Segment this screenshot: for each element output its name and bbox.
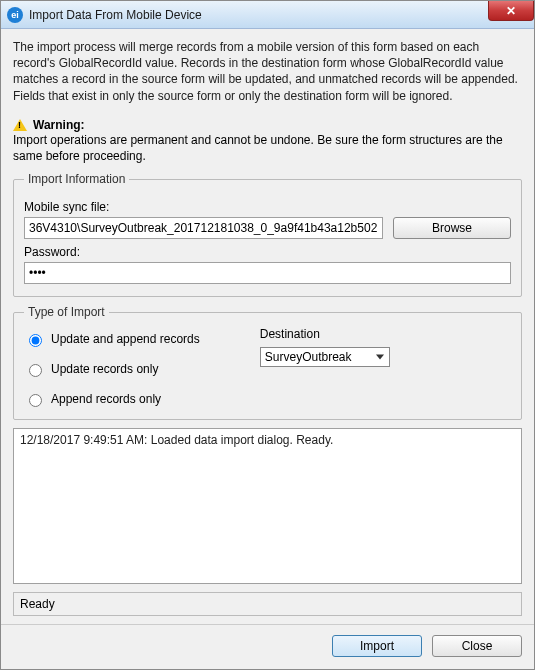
radio-update-only-label: Update records only	[51, 362, 158, 376]
warning-icon	[13, 119, 27, 131]
warning-header: Warning:	[13, 118, 522, 132]
status-bar: Ready	[13, 592, 522, 616]
window-close-button[interactable]: ✕	[488, 1, 534, 21]
password-input[interactable]	[24, 262, 511, 284]
import-information-group: Import Information Mobile sync file: Bro…	[13, 172, 522, 297]
radio-update-only-input[interactable]	[29, 364, 42, 377]
log-output[interactable]: 12/18/2017 9:49:51 AM: Loaded data impor…	[13, 428, 522, 584]
mobile-sync-file-input[interactable]	[24, 217, 383, 239]
titlebar: ei Import Data From Mobile Device ✕	[1, 1, 534, 29]
password-label: Password:	[24, 245, 511, 259]
radio-update-append[interactable]: Update and append records	[24, 331, 200, 347]
destination-value: SurveyOutbreak	[265, 350, 352, 364]
radio-append-only[interactable]: Append records only	[24, 391, 200, 407]
window-title: Import Data From Mobile Device	[29, 8, 202, 22]
intro-text: The import process will merge records fr…	[13, 39, 522, 104]
app-icon: ei	[7, 7, 23, 23]
mobile-sync-file-label: Mobile sync file:	[24, 200, 511, 214]
radio-update-append-input[interactable]	[29, 334, 42, 347]
close-button[interactable]: Close	[432, 635, 522, 657]
warning-label: Warning:	[33, 118, 85, 132]
content-area: The import process will merge records fr…	[1, 29, 534, 624]
import-information-legend: Import Information	[24, 172, 129, 186]
destination-label: Destination	[260, 327, 511, 341]
import-dialog: ei Import Data From Mobile Device ✕ The …	[0, 0, 535, 670]
radio-update-append-label: Update and append records	[51, 332, 200, 346]
type-of-import-group: Type of Import Update and append records…	[13, 305, 522, 420]
destination-select[interactable]: SurveyOutbreak	[260, 347, 390, 367]
warning-text: Import operations are permanent and cann…	[13, 132, 522, 164]
radio-update-only[interactable]: Update records only	[24, 361, 200, 377]
type-of-import-legend: Type of Import	[24, 305, 109, 319]
radio-append-only-label: Append records only	[51, 392, 161, 406]
import-button[interactable]: Import	[332, 635, 422, 657]
dialog-footer: Import Close	[1, 624, 534, 669]
browse-button[interactable]: Browse	[393, 217, 511, 239]
radio-append-only-input[interactable]	[29, 394, 42, 407]
close-icon: ✕	[506, 4, 516, 18]
